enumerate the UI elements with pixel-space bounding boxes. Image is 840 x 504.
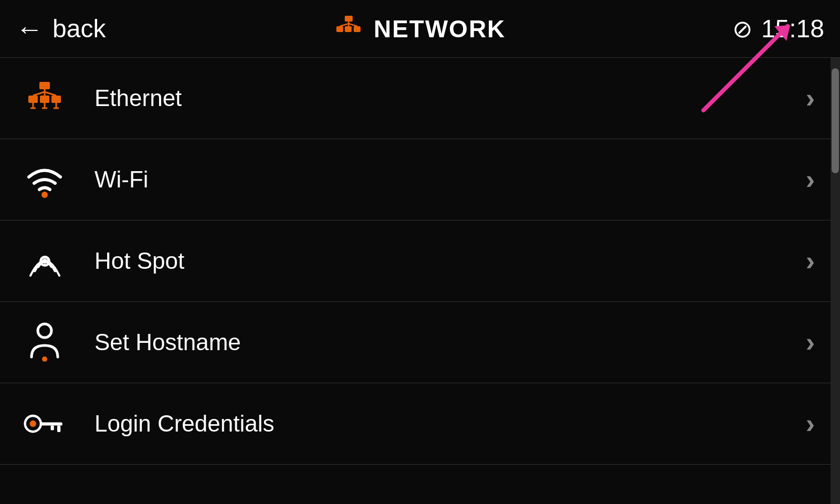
login-icon (10, 407, 79, 441)
network-icon (334, 15, 363, 43)
hostname-chevron: › (806, 327, 815, 358)
hostname-icon (10, 321, 79, 363)
main-content: Ethernet › Wi-Fi › (0, 58, 840, 504)
ethernet-icon (10, 80, 79, 117)
ethernet-label: Ethernet (79, 85, 806, 111)
svg-rect-9 (28, 96, 38, 103)
back-label: back (52, 14, 106, 43)
wifi-chevron: › (806, 164, 815, 195)
back-button[interactable]: ← back (16, 14, 106, 43)
svg-point-26 (42, 356, 47, 362)
svg-rect-31 (51, 425, 54, 430)
svg-rect-10 (40, 96, 49, 103)
svg-line-6 (349, 24, 358, 26)
ethernet-menu-item[interactable]: Ethernet › (0, 58, 831, 139)
wifi-label: Wi-Fi (79, 166, 806, 193)
svg-rect-30 (57, 425, 60, 432)
svg-rect-2 (345, 26, 352, 32)
svg-rect-1 (337, 26, 343, 32)
hotspot-icon (10, 242, 79, 281)
page-title: NETWORK (374, 15, 506, 43)
hostname-menu-item[interactable]: Set Hostname › (0, 302, 831, 383)
header-title-group: NETWORK (334, 15, 506, 43)
scrollbar-thumb[interactable] (832, 68, 839, 173)
clock-display: 15:18 (761, 14, 824, 43)
svg-point-25 (38, 324, 51, 338)
menu-list: Ethernet › Wi-Fi › (0, 58, 831, 504)
header: ← back NETWORK ⊘ 15:18 (0, 0, 840, 58)
svg-line-13 (33, 92, 45, 96)
wifi-icon (10, 161, 79, 198)
wifi-menu-item[interactable]: Wi-Fi › (0, 139, 831, 220)
ethernet-chevron: › (806, 82, 815, 114)
login-label: Login Credentials (79, 411, 806, 437)
svg-point-22 (41, 192, 48, 198)
hostname-label: Set Hostname (79, 329, 806, 355)
hotspot-label: Hot Spot (79, 248, 806, 274)
svg-point-28 (30, 420, 36, 426)
login-menu-item[interactable]: Login Credentials › (0, 383, 831, 465)
header-right: ⊘ 15:18 (732, 14, 824, 43)
svg-rect-3 (354, 26, 361, 32)
svg-line-5 (340, 24, 349, 26)
svg-line-14 (45, 92, 56, 96)
hotspot-menu-item[interactable]: Hot Spot › (0, 220, 831, 302)
login-chevron: › (806, 408, 815, 439)
hotspot-chevron: › (806, 245, 815, 277)
back-arrow-icon: ← (16, 15, 43, 43)
svg-rect-29 (40, 422, 62, 425)
svg-rect-11 (51, 96, 61, 103)
svg-rect-8 (39, 82, 50, 89)
scrollbar-track[interactable] (831, 58, 840, 504)
svg-rect-0 (345, 16, 353, 22)
no-entry-icon: ⊘ (732, 15, 753, 43)
